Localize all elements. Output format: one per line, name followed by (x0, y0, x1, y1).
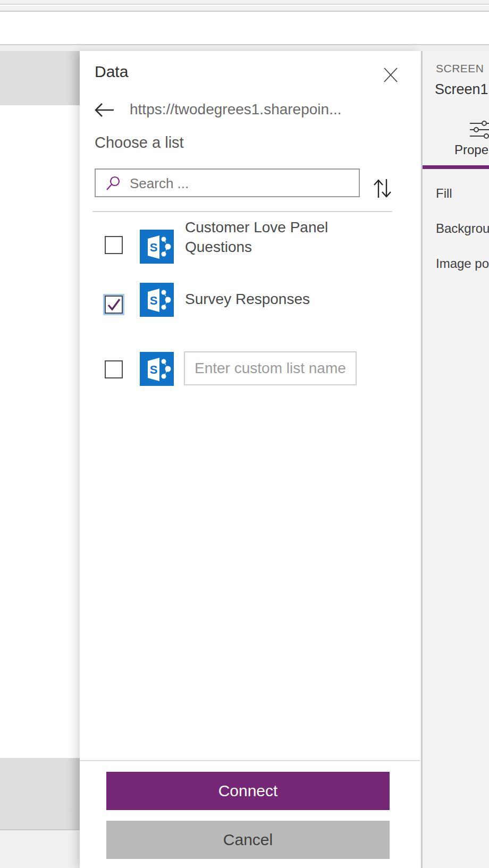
active-tab-underline (423, 165, 489, 169)
app-root: Data https://twodegrees1.sharepoin... Ch… (0, 0, 489, 868)
property-background-image[interactable]: Background image (436, 221, 489, 236)
connect-button[interactable]: Connect (106, 772, 390, 810)
datasource-url[interactable]: https://twodegrees1.sharepoin... (130, 101, 341, 118)
back-arrow-icon (94, 100, 116, 120)
search-icon (105, 175, 121, 191)
sharepoint-icon: S (140, 230, 174, 264)
selected-screen-name[interactable]: Screen1 (435, 81, 488, 98)
chrome-bar-top (0, 0, 489, 5)
search-box[interactable] (95, 168, 360, 197)
cancel-button[interactable]: Cancel (106, 821, 390, 859)
property-fill[interactable]: Fill (436, 186, 452, 201)
custom-list-name-input[interactable] (184, 351, 357, 385)
canvas-left-strip (0, 830, 80, 868)
canvas-left-block-bottom (0, 758, 80, 830)
checkbox-customer-love-panel[interactable] (105, 236, 123, 254)
svg-text:S: S (150, 294, 158, 307)
choose-list-heading: Choose a list (95, 134, 184, 151)
close-icon (382, 65, 401, 84)
checkbox-survey-responses[interactable] (105, 296, 123, 314)
properties-panel (421, 51, 489, 868)
svg-text:S: S (150, 241, 158, 254)
sharepoint-icon: S (140, 283, 174, 317)
footer-divider (80, 760, 420, 761)
list-item-label[interactable]: Survey Responses (185, 289, 370, 309)
search-input[interactable] (129, 170, 354, 197)
properties-sliders-icon (470, 119, 489, 140)
list-item-label[interactable]: Customer Love Panel Questions (185, 217, 370, 257)
checkbox-custom-list[interactable] (105, 360, 123, 378)
sort-icon (371, 176, 394, 201)
property-image-position[interactable]: Image position (436, 256, 489, 271)
checkmark-icon (106, 297, 121, 312)
data-dialog: Data https://twodegrees1.sharepoin... Ch… (80, 51, 420, 868)
canvas-left-block-top (0, 51, 80, 105)
back-button[interactable] (94, 100, 116, 120)
search-divider (92, 211, 392, 212)
dialog-title: Data (95, 63, 128, 81)
close-button[interactable] (382, 65, 401, 84)
svg-text:S: S (150, 363, 158, 376)
sharepoint-icon: S (140, 352, 174, 386)
chrome-bar-second (0, 6, 489, 12)
chrome-bar-third (0, 45, 489, 51)
selection-type-label: SCREEN (436, 62, 484, 75)
tab-properties[interactable]: Properties (454, 142, 489, 157)
sort-button[interactable] (371, 176, 394, 201)
